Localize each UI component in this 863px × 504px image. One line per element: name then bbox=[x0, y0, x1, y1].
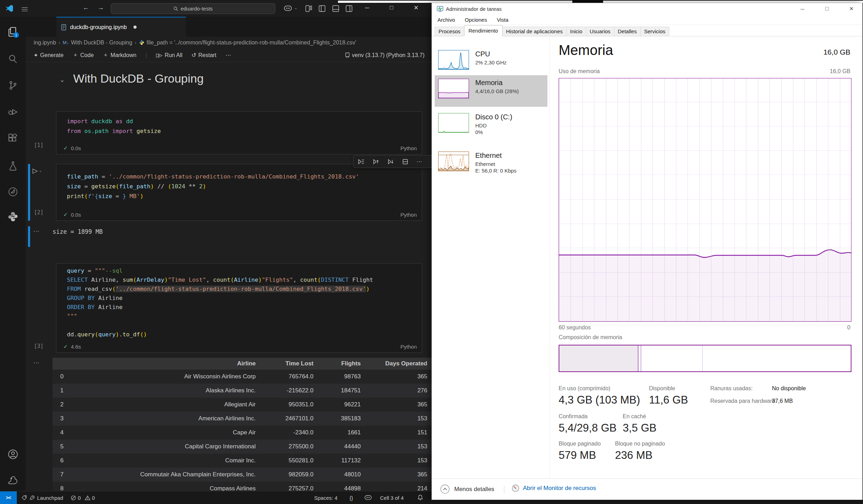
sidebar-item-disco[interactable]: Disco 0 (C:)HDD0% bbox=[435, 110, 547, 139]
toggle-secondary-sidebar-icon[interactable] bbox=[346, 5, 352, 12]
customize-layout-icon[interactable] bbox=[305, 5, 312, 12]
problems-status-item[interactable]: 0 0 bbox=[71, 491, 95, 504]
code-line[interactable]: from os.path import getsize bbox=[67, 126, 420, 136]
output-more-actions-icon[interactable]: ⋯ bbox=[33, 227, 40, 235]
toggle-panel-icon[interactable] bbox=[332, 5, 339, 12]
table-cell: 96221 bbox=[320, 398, 368, 412]
memory-composition-bar[interactable] bbox=[559, 345, 851, 372]
cell-2-run-button[interactable]: ▷⌄ bbox=[33, 167, 42, 175]
split-cell-icon[interactable] bbox=[402, 159, 408, 164]
generate-button[interactable]: ✦Generate bbox=[34, 52, 63, 58]
explorer-icon[interactable]: 1 bbox=[0, 27, 26, 37]
menu-opciones[interactable]: Opciones bbox=[465, 17, 487, 23]
code-line[interactable]: print(f'{size = } MB') bbox=[67, 191, 420, 201]
table-row: 1Alaska Airlines Inc.-215622.0184751276 bbox=[53, 384, 432, 398]
jupyter-variables-icon[interactable] bbox=[0, 187, 26, 197]
tab-usuarios[interactable]: Usuarios bbox=[586, 27, 614, 36]
testing-icon[interactable] bbox=[0, 161, 26, 171]
language-braces-indicator[interactable]: {} bbox=[350, 491, 353, 504]
duckdb-manage-icon[interactable] bbox=[0, 475, 26, 485]
spaces-indicator[interactable]: Spaces: 4 bbox=[314, 491, 338, 504]
tab-procesos[interactable]: Procesos bbox=[435, 27, 464, 36]
code-cell-1[interactable]: import duckdb as ddfrom os.path import g… bbox=[56, 111, 422, 154]
toggle-sidebar-icon[interactable] bbox=[319, 5, 325, 12]
menu-vista[interactable]: Vista bbox=[497, 17, 508, 23]
modified-dot-icon[interactable] bbox=[133, 26, 137, 29]
tm-maximize-button[interactable]: □ bbox=[819, 4, 835, 14]
cell-2-language[interactable]: Python bbox=[400, 212, 417, 218]
cell-3-code[interactable]: query = """--sqlSELECT Airline, sum(ArrD… bbox=[67, 266, 420, 339]
code-cell-3[interactable]: query = """--sqlSELECT Airline, sum(ArrD… bbox=[56, 263, 422, 353]
execute-above-icon[interactable] bbox=[373, 159, 379, 164]
delete-cell-icon[interactable] bbox=[431, 159, 432, 164]
menu-hamburger-icon[interactable] bbox=[22, 6, 28, 13]
less-details-button[interactable]: Menos detalles bbox=[440, 484, 494, 494]
execute-below-icon[interactable] bbox=[388, 159, 394, 164]
kernel-picker[interactable]: venv (3.13.7) (Python 3.13.7) bbox=[345, 52, 424, 58]
search-sidebar-icon[interactable] bbox=[0, 54, 26, 64]
copilot-status-icon[interactable] bbox=[364, 495, 372, 501]
vscode-maximize-button[interactable]: □ bbox=[384, 4, 400, 11]
tm-close-button[interactable]: ✕ bbox=[843, 4, 859, 14]
code-line[interactable]: dd.query(query).to_df() bbox=[67, 330, 420, 339]
cell-1-code[interactable]: import duckdb as ddfrom os.path import g… bbox=[67, 117, 420, 136]
source-control-icon[interactable] bbox=[0, 80, 26, 90]
table-output-more-actions-icon[interactable]: ⋯ bbox=[33, 359, 40, 366]
run-dropdown-chevron-icon[interactable]: ⌄ bbox=[39, 168, 42, 173]
remote-indicator[interactable]: >< bbox=[0, 491, 17, 504]
code-line[interactable]: file_path = '../common/flight-status-pre… bbox=[67, 172, 420, 182]
menu-archivo[interactable]: Archivo bbox=[437, 17, 455, 23]
tm-minimize-button[interactable]: ─ bbox=[794, 4, 810, 14]
tab-rendimiento[interactable]: Rendimiento bbox=[464, 25, 503, 36]
cell-indicator[interactable]: Cell 3 of 4 bbox=[380, 491, 404, 504]
vscode-close-button[interactable]: ✕ bbox=[408, 4, 424, 12]
code-line[interactable]: GROUP BY Airline bbox=[67, 294, 420, 303]
toolbar-more-actions[interactable]: ⋯ bbox=[226, 52, 231, 58]
code-line[interactable]: FROM read_csv('../common/flight-status-p… bbox=[67, 285, 420, 294]
notifications-bell-icon[interactable] bbox=[417, 495, 423, 500]
tab-servicios[interactable]: Servicios bbox=[640, 27, 669, 36]
execute-cell-icon[interactable] bbox=[358, 159, 364, 164]
code-line[interactable]: """ bbox=[67, 312, 420, 321]
code-line[interactable]: import duckdb as dd bbox=[67, 117, 420, 126]
account-icon[interactable] bbox=[0, 449, 26, 460]
tab-historial[interactable]: Historial de aplicaciones bbox=[502, 27, 567, 36]
add-code-cell-button[interactable]: ＋Code bbox=[73, 51, 94, 59]
code-line[interactable]: query = """--sql bbox=[67, 266, 420, 275]
run-debug-icon[interactable] bbox=[0, 107, 26, 117]
cell-2-code[interactable]: file_path = '../common/flight-status-pre… bbox=[67, 172, 420, 201]
sidebar-item-cpu[interactable]: CPU2% 2,30 GHz bbox=[435, 47, 547, 73]
code-line[interactable]: SELECT Airline, sum(ArrDelay)"Time Lost"… bbox=[67, 275, 420, 285]
copilot-chevron-icon[interactable]: ⌄ bbox=[294, 6, 297, 10]
sidebar-item-ethernet[interactable]: EthernetEthernetE: 56,0 R: 0 Kbps bbox=[435, 148, 547, 177]
sidebar-item-memoria[interactable]: Memoria4,4/16,0 GB (28%) bbox=[435, 75, 547, 107]
restart-button[interactable]: ↺Restart bbox=[192, 52, 216, 58]
nav-forward-icon[interactable]: → bbox=[97, 4, 104, 12]
copilot-icon[interactable] bbox=[284, 5, 292, 12]
tab-duckdb-grouping[interactable]: duckdb-grouping.ipynb bbox=[56, 17, 186, 37]
code-line[interactable]: ORDER BY Airline bbox=[67, 303, 420, 312]
breadcrumb-section[interactable]: With DuckDB - Grouping bbox=[71, 40, 132, 46]
add-markdown-cell-button[interactable]: ＋Markdown bbox=[103, 51, 137, 59]
collapse-chevron-icon[interactable]: ⌄ bbox=[60, 76, 65, 84]
usage-chart-max: 16,0 GB bbox=[830, 68, 850, 75]
breadcrumb-notebook[interactable]: ing.ipynb bbox=[34, 40, 56, 46]
code-cell-2[interactable]: ⋯ file_path = '../common/flight-status-p… bbox=[56, 164, 422, 221]
run-all-button[interactable]: ▷▷Run All bbox=[156, 52, 182, 58]
extensions-icon[interactable] bbox=[0, 134, 26, 144]
code-line[interactable]: size = getsize(file_path) // (1024 ** 2) bbox=[67, 182, 420, 191]
cell-1-language[interactable]: Python bbox=[400, 145, 417, 151]
command-center-search[interactable]: eduardo-tests bbox=[111, 3, 275, 14]
python-extension-icon[interactable] bbox=[0, 211, 26, 222]
output-focus-bar bbox=[28, 226, 30, 247]
cell-3-language[interactable]: Python bbox=[400, 344, 417, 350]
nav-back-icon[interactable]: ← bbox=[83, 4, 89, 12]
open-resource-monitor-link[interactable]: Abrir el Monitor de recursos bbox=[512, 484, 596, 492]
cell-more-actions-icon[interactable]: ⋯ bbox=[417, 159, 422, 165]
code-line[interactable] bbox=[67, 321, 420, 330]
tab-detalles[interactable]: Detalles bbox=[614, 27, 641, 36]
launchpad-status-item[interactable]: Launchpad bbox=[22, 491, 63, 504]
vscode-minimize-button[interactable]: ─ bbox=[359, 5, 375, 12]
tab-inicio[interactable]: Inicio bbox=[566, 27, 586, 36]
breadcrumb-cell[interactable]: file_path = '../common/flight-status-pre… bbox=[147, 40, 357, 46]
